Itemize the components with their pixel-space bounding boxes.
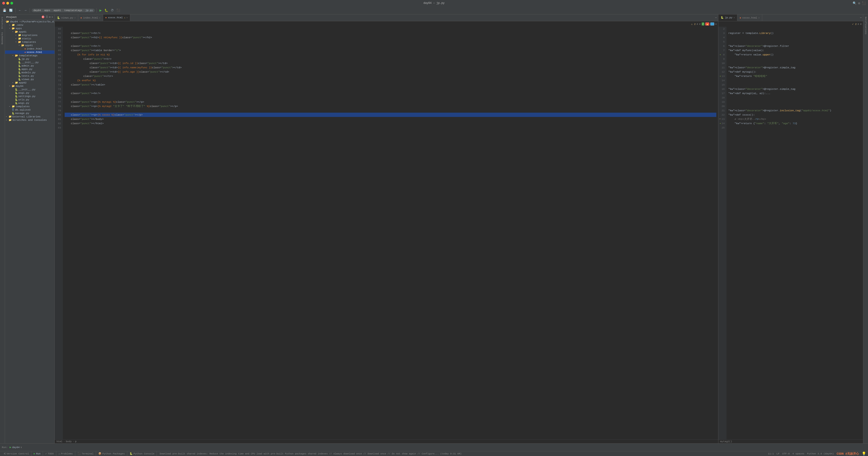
status-tab-python-packages[interactable]: 📦 Python Packages — [96, 451, 127, 456]
editor-toolbar-icon2[interactable]: 🔥 — [705, 22, 709, 26]
toolbar-sync-btn[interactable]: 🔄 — [8, 8, 13, 12]
breadcrumb-day04[interactable]: day04 › apps › app01 › templatetags › jp… — [32, 8, 95, 12]
code-line: "kw">def xxxxx(): — [728, 113, 861, 117]
nav-down-icon[interactable]: ∨ — [699, 22, 701, 26]
status-tab-vc[interactable]: ⑆ Version Control — [2, 451, 31, 456]
sidebar-tree-item[interactable]: ▾📂apps — [5, 27, 55, 30]
sidebar-tree-item[interactable]: ▸📁.venv — [5, 23, 55, 27]
todo-icon: ✓ — [45, 452, 47, 455]
code-line: {% endfor %} — [65, 78, 716, 83]
sidebar-tree-item[interactable]: ▾📂app01 — [5, 30, 55, 33]
sidebar-tree-item[interactable]: ▸📁static — [5, 37, 55, 40]
sidebar-tree-item[interactable]: ▸📁External Libraries — [5, 115, 55, 118]
breadcrumb-arrow1: › — [42, 9, 43, 12]
minimize-button[interactable] — [6, 2, 9, 4]
code-line — [728, 125, 861, 130]
tree-icon: 📂 — [6, 20, 9, 23]
toolbar-back-btn[interactable]: ← — [18, 8, 22, 12]
sidebar-tree-item[interactable]: 🐍__init__.py — [5, 61, 55, 64]
sidebar-tree-item[interactable]: 🐍__init__.py — [5, 88, 55, 91]
sidebar-tree-item[interactable]: 🐍admin.py — [5, 64, 55, 67]
right-nav-down[interactable]: ∨ — [860, 22, 862, 26]
sidebar-tree-item[interactable]: 🐍asgi.py — [5, 91, 55, 94]
right-editor: 🐍 jp.py ✕ ◈ xxxxx.html ✕ ⋯ ✓ 2 ∧ ∨ — [718, 15, 863, 443]
sidebar-tree-item[interactable]: ◈index.html — [5, 47, 55, 51]
status-tab-terminal[interactable]: ⬛ Terminal — [75, 451, 96, 456]
sidebar-tree-item[interactable]: 🐍models.py — [5, 71, 55, 74]
sidebar-tree-item[interactable]: 🐍apps.py — [5, 67, 55, 71]
tab-more-left[interactable]: ⋯ — [714, 16, 718, 20]
search-icon[interactable]: 🔍 — [852, 1, 857, 5]
tab-xxxxx-html[interactable]: ◈ xxxxx.html ⚠ ✕ — [103, 15, 130, 21]
sidebar-tree-item[interactable]: ▸📁templates — [5, 105, 55, 108]
sidebar-tree-item[interactable]: 🐍wsgi.py — [5, 101, 55, 105]
right-code-content[interactable]: 2345678●910111213●141516171819202122─232… — [718, 27, 863, 439]
stop-btn[interactable]: ⬛ — [116, 8, 121, 12]
toolbar-forward-btn[interactable]: → — [23, 8, 28, 12]
structure-tab[interactable]: Structure — [1, 16, 4, 30]
left-code-content[interactable]: 6061626364656667686970717273747576777879… — [55, 27, 718, 439]
tree-arrow: ▸ — [16, 37, 18, 40]
status-tab-run[interactable]: ▶ Run — [31, 451, 43, 456]
bookmarks-tab[interactable]: Bookmarks — [1, 31, 4, 46]
tab-close-xxxxx[interactable]: ✕ — [126, 16, 128, 19]
debug-btn[interactable]: 🐛 — [103, 8, 109, 12]
sidebar-tree-item[interactable]: 🗄db.sqlite3 — [5, 108, 55, 112]
editor-toolbar-icon1[interactable]: ✓ — [702, 22, 704, 26]
run-btn[interactable]: ▶ — [98, 8, 103, 12]
toolbar-save-btn[interactable]: 💾 — [2, 8, 7, 12]
right-nav-up[interactable]: ∧ — [858, 22, 859, 26]
right-tab-jp-py[interactable]: 🐍 jp.py ✕ — [718, 15, 737, 21]
tab-views-py[interactable]: 🐍 views.py ✕ — [55, 15, 78, 21]
status-tab-problems[interactable]: ⚠ Problems — [56, 451, 75, 456]
settings-icon[interactable]: ⚙ — [858, 1, 860, 5]
sidebar-tree-item[interactable]: 🐍jp.py — [5, 57, 55, 61]
status-tab-todo[interactable]: ✓ TODO — [43, 451, 56, 456]
status-tab-python-console[interactable]: 🐍 Python Console — [127, 451, 157, 456]
editor-toolbar-icon4[interactable]: ✕ — [715, 22, 717, 26]
line-number: 74 — [57, 87, 61, 91]
sidebar-settings-icon[interactable]: ⚙ — [49, 16, 51, 19]
sidebar-tree-item[interactable]: 🐍tests.py — [5, 74, 55, 78]
tree-label: views.py — [22, 78, 34, 81]
tab-index-html[interactable]: ◈ index.html ✕ — [78, 15, 103, 21]
sidebar-tree-item[interactable]: ▾📂day04 ~/PycharmProjects/5x_dj — [5, 20, 55, 23]
tab-close-index[interactable]: ✕ — [99, 17, 100, 19]
sidebar-tree-item[interactable]: 🐍urls.py — [5, 98, 55, 101]
code-line — [728, 27, 861, 31]
code-line — [728, 39, 861, 44]
sidebar-tree-item[interactable]: ▾📂templates — [5, 40, 55, 44]
sidebar-tree-item[interactable]: ▸📁Scratches and Consoles — [5, 118, 55, 122]
sidebar-tree-item[interactable]: 🐍manage.py — [5, 112, 55, 115]
sidebar-tree-item[interactable]: ▾📂day04 — [5, 84, 55, 88]
sidebar-tree-item[interactable]: ▾📂templatetags — [5, 54, 55, 57]
line-number: 65 — [57, 48, 61, 53]
expand-icon[interactable]: ⬛ — [862, 1, 866, 5]
close-button[interactable] — [2, 2, 5, 4]
sidebar-tree-item[interactable]: ◈xxxxx.html — [5, 51, 55, 54]
sidebar-locate-icon[interactable]: 🎯 — [41, 16, 45, 19]
notifications-tab[interactable]: Notifications — [864, 16, 867, 36]
tree-label: index.html — [27, 47, 42, 50]
right-tab-close-xxxxx[interactable]: ✕ — [758, 17, 760, 19]
title-bar-right: 🔍 ⚙ ⬛ — [852, 1, 866, 5]
sidebar-tree-item[interactable]: ▸📁app02 — [5, 81, 55, 84]
sidebar-expand-icon[interactable]: ☰ — [46, 16, 48, 19]
sidebar-tree-item[interactable]: 🐍settings.py — [5, 94, 55, 98]
right-tab-xxxxx[interactable]: ◈ xxxxx.html ✕ — [737, 15, 762, 21]
sidebar-close-icon[interactable]: ✕ — [52, 16, 53, 19]
sidebar-tree-item[interactable]: ▸📁migrations — [5, 33, 55, 37]
tab-more-right[interactable]: ⋯ — [859, 16, 863, 20]
maximize-button[interactable] — [10, 2, 13, 4]
tab-close-views[interactable]: ✕ — [74, 17, 76, 19]
sidebar-tree-item[interactable]: ▾📂app01 — [5, 44, 55, 47]
nav-up-icon[interactable]: ∧ — [696, 22, 698, 26]
line-number: 80 — [57, 113, 61, 117]
editor-toolbar-icon3[interactable]: 🌐 — [710, 22, 714, 26]
tree-icon: 📁 — [12, 24, 15, 26]
sidebar-tree-item[interactable]: 🐍views.py — [5, 78, 55, 81]
line-number: 15 — [720, 83, 725, 87]
profile-btn[interactable]: ⏱ — [110, 8, 115, 12]
sidebar-tree: ▾📂day04 ~/PycharmProjects/5x_dj▸📁.venv▾📂… — [5, 20, 55, 443]
right-tab-close-jp[interactable]: ✕ — [734, 16, 735, 19]
